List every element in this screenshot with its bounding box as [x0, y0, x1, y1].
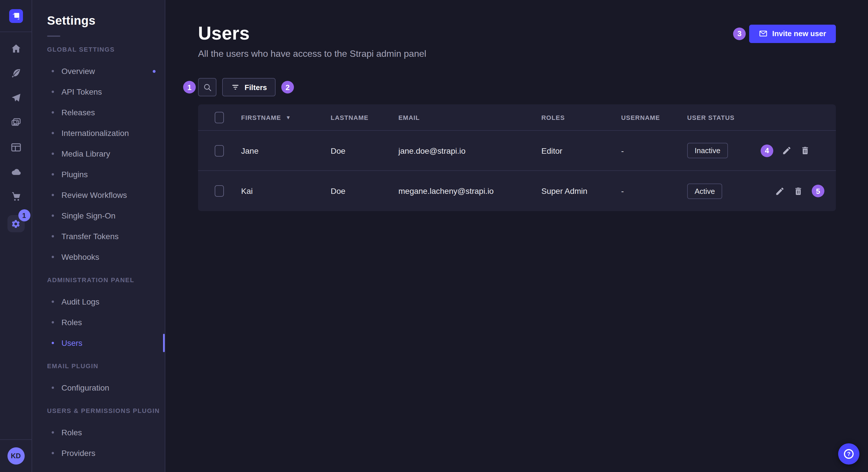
section-administration-panel: ADMINISTRATION PANEL	[47, 276, 165, 283]
cell-email: jane.doe@strapi.io	[398, 146, 541, 155]
home-icon[interactable]	[10, 43, 22, 55]
sidebar-item-media-library[interactable]: Media Library	[47, 143, 165, 164]
sidebar-item-providers[interactable]: Providers	[47, 443, 165, 463]
annotation-marker-1: 1	[183, 81, 196, 94]
marketplace-cart-icon[interactable]	[10, 191, 22, 202]
annotation-marker-2: 2	[281, 81, 294, 94]
cell-roles: Super Admin	[541, 187, 621, 196]
deploy-paper-plane-icon[interactable]	[10, 92, 22, 104]
sidebar-item-users[interactable]: Users	[47, 333, 165, 353]
bullet-icon	[52, 70, 54, 72]
delete-trash-icon[interactable]	[800, 146, 810, 156]
section-email-plugin: EMAIL PLUGIN	[47, 363, 165, 369]
media-library-images-icon[interactable]	[10, 117, 22, 129]
row-actions: 5	[775, 185, 836, 197]
sidebar-item-transfer-tokens[interactable]: Transfer Tokens	[47, 226, 165, 247]
invite-new-user-button[interactable]: Invite new user	[749, 24, 836, 43]
settings-gear-button[interactable]: 1	[7, 215, 24, 232]
help-button[interactable]: ?	[838, 443, 859, 465]
col-lastname[interactable]: LASTNAME	[331, 114, 398, 121]
envelope-icon	[759, 29, 768, 38]
overview-notification-dot	[153, 70, 156, 72]
search-icon	[203, 82, 212, 92]
bullet-icon	[52, 342, 54, 344]
filter-icon	[231, 82, 240, 92]
cell-user-status: Inactive 4	[687, 143, 836, 158]
cell-username: -	[621, 146, 687, 155]
sidebar-item-configuration[interactable]: Configuration	[47, 377, 165, 398]
logo-area	[0, 0, 32, 32]
email-plugin-list: Configuration	[47, 377, 165, 398]
table-header-row: FIRSTNAME ▼ LASTNAME EMAIL ROLES USERNAM…	[198, 104, 836, 131]
col-user-status[interactable]: USER STATUS	[687, 114, 836, 121]
users-table: FIRSTNAME ▼ LASTNAME EMAIL ROLES USERNAM…	[198, 104, 836, 211]
row-actions: 4	[761, 144, 836, 157]
bullet-icon	[52, 132, 54, 134]
page-title: Users	[198, 23, 250, 44]
global-settings-list: Overview API Tokens Releases Internation…	[47, 61, 165, 267]
filters-button[interactable]: Filters	[222, 78, 276, 96]
row-checkbox[interactable]	[215, 185, 224, 197]
title-underline	[47, 36, 60, 37]
row-checkbox[interactable]	[215, 145, 224, 156]
user-avatar[interactable]: KD	[7, 447, 24, 465]
cell-firstname: Kai	[241, 187, 331, 196]
sidebar-item-audit-logs[interactable]: Audit Logs	[47, 291, 165, 312]
bullet-icon	[52, 256, 54, 258]
delete-trash-icon[interactable]	[794, 186, 803, 196]
sidebar-item-single-sign-on[interactable]: Single Sign-On	[47, 205, 165, 226]
sidebar-item-releases[interactable]: Releases	[47, 102, 165, 123]
bullet-icon	[52, 235, 54, 237]
main-content: Users 3 Invite new user All the users wh…	[165, 0, 868, 472]
sidebar-item-review-workflows[interactable]: Review Workflows	[47, 185, 165, 205]
edit-pencil-icon[interactable]	[782, 146, 792, 156]
page-header: Users 3 Invite new user	[198, 23, 836, 44]
bullet-icon	[52, 386, 54, 389]
sidebar-item-overview[interactable]: Overview	[47, 61, 165, 81]
table-row[interactable]: Jane Doe jane.doe@strapi.io Editor - Ina…	[198, 131, 836, 171]
cell-lastname: Doe	[331, 146, 398, 155]
bullet-icon	[52, 111, 54, 113]
sidebar-item-up-roles[interactable]: Roles	[47, 422, 165, 443]
annotation-marker-5: 5	[812, 185, 825, 197]
col-email[interactable]: EMAIL	[398, 114, 541, 121]
select-all-checkbox[interactable]	[215, 111, 224, 123]
select-all-cell	[198, 111, 241, 123]
rail-bottom: KD	[0, 439, 32, 472]
col-firstname: FIRSTNAME ▼	[241, 114, 331, 121]
bullet-icon	[52, 173, 54, 175]
bullet-icon	[52, 431, 54, 434]
bullet-icon	[52, 214, 54, 217]
col-username[interactable]: USERNAME	[621, 114, 687, 121]
strapi-admin-app: 1 KD Settings GLOBAL SETTINGS Overview A…	[0, 0, 868, 472]
sidebar-item-internationalization[interactable]: Internationalization	[47, 123, 165, 143]
status-badge: Active	[687, 183, 722, 199]
sidebar-title: Settings	[47, 14, 165, 28]
table-row[interactable]: Kai Doe megane.lacheny@strapi.io Super A…	[198, 171, 836, 211]
question-mark-icon: ?	[844, 449, 854, 459]
bullet-icon	[52, 91, 54, 93]
cell-email: megane.lacheny@strapi.io	[398, 187, 541, 196]
col-roles[interactable]: ROLES	[541, 114, 621, 121]
sidebar-item-api-tokens[interactable]: API Tokens	[47, 81, 165, 102]
main-nav-rail: 1 KD	[0, 0, 32, 472]
strapi-logo-icon[interactable]	[9, 9, 23, 23]
annotation-marker-4: 4	[761, 144, 773, 157]
sidebar-item-admin-roles[interactable]: Roles	[47, 312, 165, 333]
cell-roles: Editor	[541, 146, 621, 155]
sort-desc-icon: ▼	[286, 114, 291, 120]
row-select-cell	[198, 145, 241, 156]
cell-firstname: Jane	[241, 146, 331, 155]
edit-pencil-icon[interactable]	[775, 186, 785, 196]
section-users-permissions-plugin: USERS & PERMISSIONS PLUGIN	[47, 407, 165, 414]
cloud-icon[interactable]	[10, 166, 22, 178]
content-manager-layout-icon[interactable]	[10, 142, 22, 153]
annotation-marker-3: 3	[733, 27, 746, 40]
sidebar-item-webhooks[interactable]: Webhooks	[47, 247, 165, 267]
settings-notification-badge: 1	[18, 209, 30, 222]
active-item-indicator	[163, 334, 165, 352]
sort-firstname[interactable]: FIRSTNAME ▼	[241, 114, 331, 121]
sidebar-item-plugins[interactable]: Plugins	[47, 164, 165, 185]
search-button[interactable]	[198, 78, 216, 96]
content-builder-feather-icon[interactable]	[10, 68, 22, 79]
